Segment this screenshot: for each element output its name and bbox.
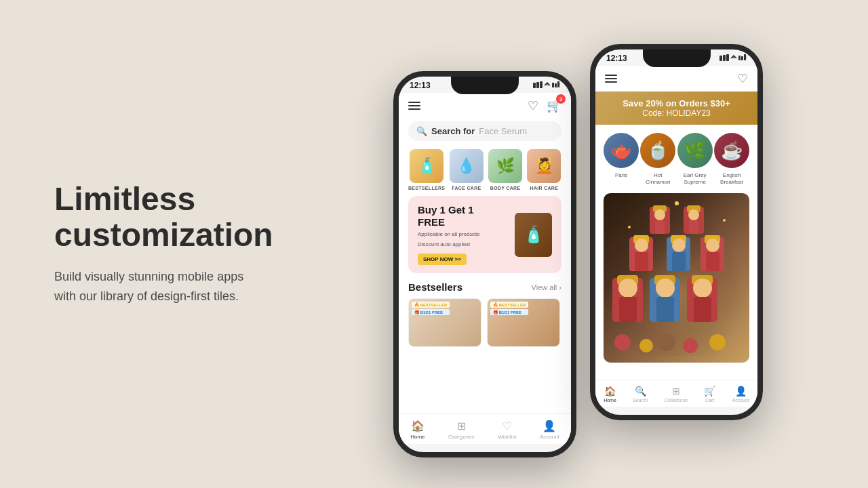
tea-label-paris: Paris [615,172,627,179]
left-section: Limitless customization Build visually s… [0,141,393,346]
svg-rect-13 [747,56,747,59]
app-header-2: ♡ [595,66,757,92]
svg-point-47 [614,334,631,350]
svg-point-41 [656,279,675,298]
headline: Limitless customization [54,182,339,253]
nav-account-label: Account [540,434,559,440]
cat-label-bodycare: BODY CARE [490,186,521,190]
phone-1-content: ♡ 🛒 3 🔍 Search for Face Serum 🧴 [399,93,571,444]
svg-point-49 [658,333,675,351]
phone-2: 12:13 [590,44,763,420]
home-icon: 🏠 [411,420,425,432]
svg-rect-0 [533,83,536,88]
phone-1: 12:13 [393,71,576,458]
bottom-nav-2: 🏠 Home 🔍 Search ⊞ Collections 🛒 Cart 👤 [595,380,757,407]
nutcracker-svg [609,200,745,356]
hamburger-icon-2[interactable] [605,75,617,83]
category-bestsellers[interactable]: 🧴 BESTSELLERS [408,149,445,190]
notch-1 [451,77,519,94]
nav-wishlist[interactable]: ♡ Wishlist [498,420,517,440]
view-all-link[interactable]: View all › [532,283,561,291]
badge-bestseller-2: 🔥 BESTSELLER [490,302,528,308]
promo-code: Code: HOLIDAY23 [605,108,748,118]
cat-img-haircare: 💆 [527,149,561,183]
phones-section: 12:13 [393,30,763,458]
product-card-2[interactable]: 🔥 BESTSELLER 🎁 B1G1 FREE ♡ [487,298,560,347]
wishlist-icon-2[interactable]: ♡ [737,71,748,86]
promo-offer: Save 20% on Orders $30+ [605,98,748,108]
nav-categories[interactable]: ⊞ Categories [448,420,475,440]
status-time-1: 12:13 [410,81,431,90]
search-bar[interactable]: 🔍 Search for Face Serum [408,121,561,141]
svg-point-48 [639,339,653,352]
svg-rect-46 [694,297,711,322]
product-card-1[interactable]: 🔥 BESTSELLER 🎁 B1G1 FREE ♡ [408,298,481,347]
wishlist-icon[interactable]: ♡ [528,98,538,113]
nav2-collections[interactable]: ⊞ Collections [665,386,688,403]
svg-point-50 [683,338,698,353]
bestsellers-section: Bestsellers View all › 🔥 BESTSELLER 🎁 B1… [399,279,571,350]
badge-bestseller-1: 🔥 BESTSELLER [412,302,450,308]
search-placeholder: Face Serum [479,126,527,136]
header-icons: ♡ 🛒 3 [528,98,561,113]
search-icon-2: 🔍 [635,386,646,396]
badge-row-2: 🔥 BESTSELLER 🎁 B1G1 FREE [490,302,528,315]
search-icon: 🔍 [416,126,427,136]
promo-desc2: Discount auto applied [418,241,515,247]
subtext: Build visually stunning mobile apps with… [54,267,339,306]
promo-desc1: Applicable on all products [418,231,515,237]
svg-rect-4 [555,83,557,87]
tea-circle-paris: 🫖 [604,133,639,168]
tea-earl[interactable]: 🌿 Earl GreySupreme [677,133,713,185]
hero-image-2 [604,193,749,363]
tea-english[interactable]: ☕ EnglishBreakfast [714,133,749,185]
nav2-cart[interactable]: 🛒 Cart [704,386,715,403]
account-icon: 👤 [542,420,556,432]
category-bodycare[interactable]: 🌿 BODY CARE [488,149,523,190]
svg-rect-12 [744,54,746,60]
cat-label-facecare: FACE CARE [452,186,481,190]
svg-rect-38 [619,297,637,322]
product-cards: 🔥 BESTSELLER 🎁 B1G1 FREE ♡ 🔥 BESTSELLER … [408,298,561,347]
phone-2-content: ♡ Save 20% on Orders $30+ Code: HOLIDAY2… [595,66,757,407]
tea-label-cinnamon: HotCinnamon [646,172,670,185]
nav2-account-label: Account [732,398,749,403]
svg-point-17 [654,209,665,220]
tea-categories: 🫖 Paris 🍵 HotCinnamon 🌿 Earl GreySupreme [595,125,757,188]
home-icon-2: 🏠 [604,386,616,396]
cart-badge: 3 [556,94,566,104]
promo-banner-2: Save 20% on Orders $30+ Code: HOLIDAY23 [595,92,757,125]
notch-2 [643,49,711,67]
product-heart-1[interactable]: ♡ [471,302,478,311]
nav2-search[interactable]: 🔍 Search [633,386,648,403]
nav-home[interactable]: 🏠 Home [410,420,425,440]
promo-title: Buy 1 Get 1FREE [418,204,515,228]
tea-paris[interactable]: 🫖 Paris [604,133,639,185]
promo-text: Buy 1 Get 1FREE Applicable on all produc… [418,204,515,265]
badge-bogo-1: 🎁 B1G1 FREE [412,309,450,315]
nav2-home[interactable]: 🏠 Home [604,386,616,403]
cart-icon-2: 🛒 [704,386,715,396]
svg-rect-34 [706,252,719,271]
nav-account[interactable]: 👤 Account [540,420,559,440]
tea-cinnamon[interactable]: 🍵 HotCinnamon [640,133,675,185]
product-heart-2[interactable]: ♡ [549,302,557,311]
category-haircare[interactable]: 💆 HAIR CARE [527,149,561,190]
tea-label-english: EnglishBreakfast [720,172,743,185]
cat-img-bodycare: 🌿 [488,149,522,183]
svg-rect-3 [552,83,554,87]
nav2-account[interactable]: 👤 Account [732,386,749,403]
promo-cta[interactable]: SHOP NOW >> [418,253,467,265]
svg-rect-1 [536,82,539,88]
svg-rect-11 [741,56,743,60]
badge-bogo-2: 🎁 B1G1 FREE [490,309,528,315]
svg-point-37 [618,279,637,298]
cart-icon[interactable]: 🛒 3 [547,98,561,113]
svg-point-21 [688,209,699,220]
svg-rect-8 [723,55,726,61]
account-icon-2: 👤 [735,386,747,396]
collections-icon: ⊞ [672,386,680,396]
hamburger-icon[interactable] [408,102,420,110]
category-facecare[interactable]: 💧 FACE CARE [449,149,484,190]
svg-point-45 [693,279,712,298]
